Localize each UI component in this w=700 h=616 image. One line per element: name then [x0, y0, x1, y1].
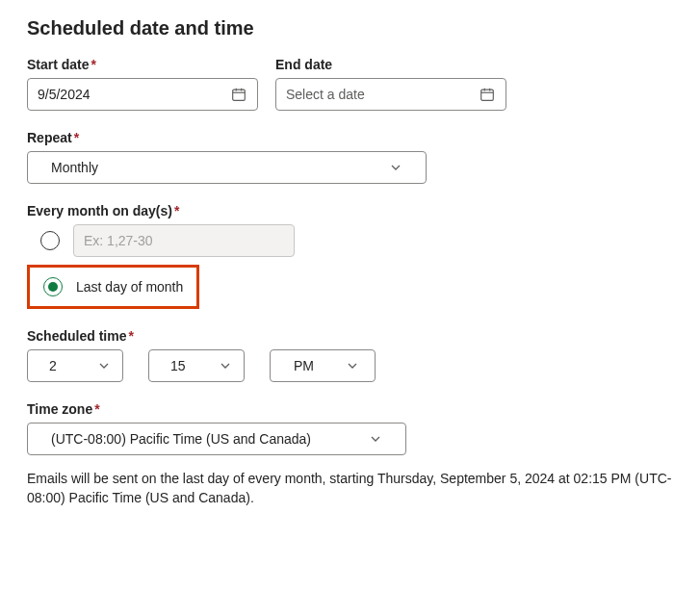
ampm-select[interactable]: PM — [270, 349, 376, 382]
timezone-select[interactable]: (UTC-08:00) Pacific Time (US and Canada) — [27, 423, 406, 455]
helper-text: Emails will be sent on the last day of e… — [27, 469, 673, 508]
scheduled-time-label: Scheduled time* — [27, 328, 673, 344]
chevron-down-icon — [369, 432, 382, 446]
radio-specific-days[interactable] — [40, 231, 60, 250]
repeat-select[interactable]: Monthly — [27, 151, 427, 184]
start-date-label: Start date* — [27, 57, 258, 72]
repeat-label: Repeat* — [27, 130, 673, 145]
chevron-down-icon — [346, 359, 359, 372]
section-heading: Scheduled date and time — [27, 17, 673, 39]
highlight-last-day: Last day of month — [27, 265, 199, 309]
calendar-icon — [479, 86, 496, 103]
chevron-down-icon — [97, 359, 111, 372]
chevron-down-icon — [389, 161, 402, 174]
minute-select[interactable]: 15 — [148, 349, 245, 382]
end-date-label: End date — [275, 57, 506, 72]
timezone-label: Time zone* — [27, 401, 673, 417]
specific-days-input[interactable]: Ex: 1,27-30 — [73, 224, 295, 257]
chevron-down-icon — [219, 359, 232, 372]
svg-rect-4 — [481, 90, 494, 100]
end-date-input[interactable]: Select a date — [275, 78, 506, 111]
calendar-icon — [230, 86, 247, 103]
month-days-label: Every month on day(s)* — [27, 203, 673, 218]
start-date-input[interactable]: 9/5/2024 — [27, 78, 258, 111]
radio-last-day[interactable] — [43, 277, 63, 296]
radio-last-day-label: Last day of month — [76, 279, 183, 295]
hour-select[interactable]: 2 — [27, 349, 123, 382]
svg-rect-0 — [233, 90, 246, 100]
